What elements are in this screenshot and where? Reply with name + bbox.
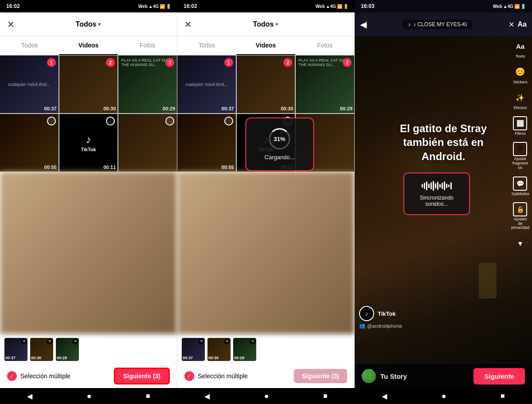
siguiente-btn-2[interactable]: Siguiente (3) [294,369,347,383]
nav-home-3[interactable]: ● [442,392,446,401]
tool-filtros[interactable]: ⬜ Filtros [511,116,529,136]
tool-efectos[interactable]: ✨ Efectos [511,90,529,110]
loading-circle: 31% [269,128,290,149]
privacidad-label: Ajustesdeprivacidad [511,217,529,231]
tab-videos-1[interactable]: Videos [59,36,118,55]
chevron-down-icon: ▾ [513,236,527,251]
p2-thumb-3-duration: 00:29 [234,356,244,360]
multiple-select-label-1: Selección múltiple [20,373,70,380]
nav-bar-2: ◀ ● ■ [177,388,355,404]
thumb-3-duration: 00:29 [57,356,67,360]
duration-4: 00:55 [44,165,57,170]
multiple-select-2[interactable]: ✓ Selección múltiple [184,371,248,381]
sync-overlay: Sincronizando sonidos... [403,173,470,215]
panel2-header: ✕ Todos ▾ [177,12,354,36]
multiple-select-1[interactable]: ✓ Selección múltiple [7,371,70,381]
panel3-bottom-bar: 🌿 Tu Story Siguiente [355,364,532,388]
panel1-chevron-icon: ▾ [98,21,101,27]
thumb-3[interactable]: ✕ 00:29 [56,338,79,361]
loading-percent: 31% [274,136,285,142]
tool-ajustar[interactable]: ⏱ Ajustarfragmentos [511,142,529,170]
status-bar-panel2: 16:02 Web▲4G📶🔋 [177,0,355,12]
panel2-grid: cualquier móvil And... 1 00:37 2 00:30 P… [177,55,354,172]
efectos-icon: ✨ [513,90,527,105]
status-icons-panel1: Web▲4G📶🔋 [138,4,171,9]
video-cell-5-tiktok[interactable]: ♪ TikTok 00:11 [59,114,118,172]
panel1-grid: cualquier móvil And... 1 00:37 2 00:30 P… [0,55,177,172]
p2-thumb-1[interactable]: ✕ 00:37 [182,338,205,361]
status-icons-panel2: Web▲4G📶🔋 [316,4,348,9]
video-cell-4[interactable]: 00:55 [0,114,59,172]
nav-home-2[interactable]: ● [264,392,269,401]
tiktok-name: TikTok [378,310,396,317]
tool-stickers[interactable]: 😊 Stickers [511,65,529,84]
select-circle-5 [106,117,115,126]
panel3-back-btn[interactable]: ◀ [360,19,367,30]
panel1-close-btn[interactable]: ✕ [7,19,15,30]
select-circle-4 [47,117,56,126]
video-cell-6[interactable] [118,114,177,172]
filtros-icon: ⬜ [513,116,527,130]
nav-bar-1: ◀ ● ■ [0,388,177,404]
p2-video-cell-1[interactable]: cualquier móvil And... 1 00:37 [177,55,236,113]
panel1-title: Todos [76,20,97,28]
tool-privacidad[interactable]: 🔒 Ajustesdeprivacidad [511,202,529,231]
text-tool-btn[interactable]: Aa [518,20,527,28]
tu-story-label: Tu Story [380,373,407,380]
tool-subtitulos[interactable]: 💬 Subtítulos [511,177,529,196]
tab-fotos-2[interactable]: Fotos [295,36,354,55]
panel1: ✕ Todos ▾ Todos Videos Fotos cualquier m… [0,12,177,388]
thumb-1[interactable]: ✕ 00:37 [4,338,27,361]
siguiente-btn-1[interactable]: Siguiente (3) [114,368,170,384]
video-cell-1[interactable]: cualquier móvil And... 1 00:37 [0,55,59,113]
thumb-1-duration: 00:37 [5,356,16,360]
panel1-thumbnails: ✕ 00:37 ✕ 00:30 ✕ 00:29 [0,334,177,364]
p2-thumb-3[interactable]: ✕ 00:29 [233,338,256,361]
nav-home-1[interactable]: ● [87,392,92,401]
nav-square-3[interactable]: ■ [501,392,505,400]
loading-text: Cargando... [265,154,295,161]
p2-badge-1: 1 [224,58,233,67]
tab-fotos-1[interactable]: Fotos [118,36,177,55]
tiktok-user-info: ♪ TikTok 👥 @androidphoria [359,306,402,329]
efectos-label: Efectos [513,106,527,110]
tool-texto[interactable]: Aa Texto [511,39,529,59]
tiktok-logo-circle: ♪ [359,306,374,321]
panel3: ◀ ♪ ♪ CLOSE MY EYES-Ki ✕ Aa Aa Texto 😊 [355,12,532,388]
loading-overlay: 31% Cargando... [245,118,314,171]
status-bar-panel3: 16:03 Web▲4G📶🔋 [355,0,532,12]
nav-back-3[interactable]: ◀ [382,392,387,400]
subtitulos-label: Subtítulos [511,192,529,196]
close-music-btn[interactable]: ✕ [509,20,514,29]
panel2-title: Todos [253,20,274,28]
nav-back-1[interactable]: ◀ [27,392,32,400]
nav-back-2[interactable]: ◀ [204,392,210,400]
p2-video-cell-4[interactable]: 00:55 [177,114,236,172]
music-tag[interactable]: ♪ ♪ CLOSE MY EYES-Ki [402,20,473,29]
panel1-header: ✕ Todos ▾ [0,12,177,36]
tab-todos-2[interactable]: Todos [177,36,236,55]
p2-thumb-2[interactable]: ✕ 00:30 [207,338,231,361]
thumb-2-duration: 00:30 [31,356,41,360]
nav-square-1[interactable]: ■ [146,392,150,400]
waveform [422,180,452,191]
thumb-2[interactable]: ✕ 00:30 [30,338,53,361]
video-cell-3[interactable]: PLAY AS A REAL CAT MAKE THE HUMANS SU...… [118,55,177,113]
video-cell-2[interactable]: 2 00:30 [59,55,118,113]
tool-chevron-down[interactable]: ▾ [511,236,529,251]
p2-duration-2: 00:30 [281,106,293,111]
time-panel2: 16:02 [184,3,197,9]
panel2-bottom-bar: ✓ Selección múltiple Siguiente (3) [177,364,354,388]
tab-todos-1[interactable]: Todos [0,36,59,55]
tu-story-section[interactable]: 🌿 Tu Story [362,369,407,383]
panel2-chevron-icon: ▾ [275,21,278,27]
tab-videos-2[interactable]: Videos [236,36,295,55]
panel3-header: ◀ ♪ ♪ CLOSE MY EYES-Ki ✕ Aa [355,12,532,36]
siguiente-btn-3[interactable]: Siguiente [473,368,525,384]
panel2-tabs: Todos Videos Fotos [177,36,354,55]
duration-1: 00:37 [44,106,57,111]
panel2-close-btn[interactable]: ✕ [184,19,192,30]
p2-video-cell-3[interactable]: PLAY AS A REAL CAT MAKE THE HUMANS SU...… [296,55,354,113]
nav-square-2[interactable]: ■ [323,392,328,400]
p2-video-cell-2[interactable]: 2 00:30 [237,55,295,113]
